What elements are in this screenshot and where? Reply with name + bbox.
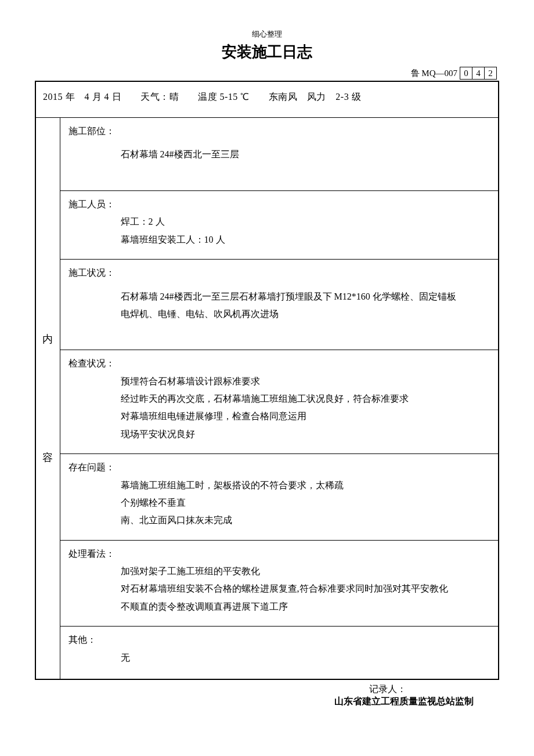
label-inspection: 检查状况： <box>68 355 490 372</box>
recorder-label: 记录人： <box>35 683 476 696</box>
body-location: 石材幕墙 24#楼西北一至三层 <box>68 146 490 163</box>
code-box: 0 <box>460 67 472 80</box>
doc-code-boxes: 0 4 2 <box>460 67 497 80</box>
side-char-bottom: 容 <box>36 451 60 465</box>
inspection-line3: 对幕墙班组电锤进展修理，检查合格同意运用 <box>68 408 490 425</box>
section-handling: 处理看法： 加强对架子工施工班组的平安教化 对石材幕墙班组安装不合格的螺栓进展复… <box>60 541 499 627</box>
date-line: 2015 年 4 月 4 日 天气：晴 温度 5-15 ℃ 东南风 风力 2-3… <box>35 81 499 118</box>
label-location: 施工部位： <box>68 123 490 140</box>
inspection-line4: 现场平安状况良好 <box>68 426 490 443</box>
code-box: 4 <box>472 67 485 80</box>
status-line1: 石材幕墙 24#楼西北一至三层石材幕墙打预埋眼及下 M12*160 化学螺栓、固… <box>68 288 490 305</box>
label-personnel: 施工人员： <box>68 196 490 213</box>
page-title: 安装施工日志 <box>35 42 499 62</box>
footer-org: 山东省建立工程质量监视总站监制 <box>35 696 476 708</box>
handling-line2: 对石材幕墙班组安装不合格的螺栓进展复查,符合标准要求同时加强对其平安教化 <box>68 580 490 597</box>
side-column: 内 容 <box>35 118 60 680</box>
section-personnel: 施工人员： 焊工：2 人 幕墙班组安装工人：10 人 <box>60 191 499 259</box>
section-inspection: 检查状况： 预埋符合石材幕墙设计跟标准要求 经过昨天的再次交底，石材幕墙施工班组… <box>60 350 499 453</box>
doc-code-label: 鲁 MQ—007 <box>411 69 457 78</box>
section-other: 其他： 无 <box>60 627 499 679</box>
main-table: 2015 年 4 月 4 日 天气：晴 温度 5-15 ℃ 东南风 风力 2-3… <box>35 81 499 680</box>
section-location: 施工部位： 石材幕墙 24#楼西北一至三层 <box>60 118 499 190</box>
date-row: 2015 年 4 月 4 日 天气：晴 温度 5-15 ℃ 东南风 风力 2-3… <box>35 81 499 118</box>
status-line2: 电焊机、电锤、电钻、吹风机再次进场 <box>68 305 490 323</box>
handling-line1: 加强对架子工施工班组的平安教化 <box>68 563 490 580</box>
code-box: 2 <box>484 67 497 80</box>
personnel-line1: 焊工：2 人 <box>68 213 490 231</box>
personnel-line2: 幕墙班组安装工人：10 人 <box>68 231 490 249</box>
footer: 记录人： 山东省建立工程质量监视总站监制 <box>35 683 499 708</box>
handling-line3: 不顺直的责令整改调顺直再进展下道工序 <box>68 598 490 615</box>
label-problems: 存在问题： <box>68 459 490 476</box>
problems-line1: 幕墙施工班组施工时，架板搭设的不符合要求，太稀疏 <box>68 477 490 494</box>
doc-code-row: 鲁 MQ—007 0 4 2 <box>35 67 499 80</box>
section-problems: 存在问题： 幕墙施工班组施工时，架板搭设的不符合要求，太稀疏 个别螺栓不垂直 南… <box>60 454 499 540</box>
other-body: 无 <box>68 649 490 667</box>
problems-line2: 个别螺栓不垂直 <box>68 494 490 512</box>
label-handling: 处理看法： <box>68 545 490 563</box>
header-note: 细心整理 <box>35 29 499 39</box>
side-char-top: 内 <box>36 332 60 346</box>
problems-line3: 南、北立面风口抹灰未完成 <box>68 512 490 529</box>
section-status: 施工状况： 石材幕墙 24#楼西北一至三层石材幕墙打预埋眼及下 M12*160 … <box>60 260 499 350</box>
inspection-line2: 经过昨天的再次交底，石材幕墙施工班组施工状况良好，符合标准要求 <box>68 390 490 408</box>
label-other: 其他： <box>68 631 490 649</box>
label-status: 施工状况： <box>68 264 490 282</box>
inspection-line1: 预埋符合石材幕墙设计跟标准要求 <box>68 373 490 390</box>
